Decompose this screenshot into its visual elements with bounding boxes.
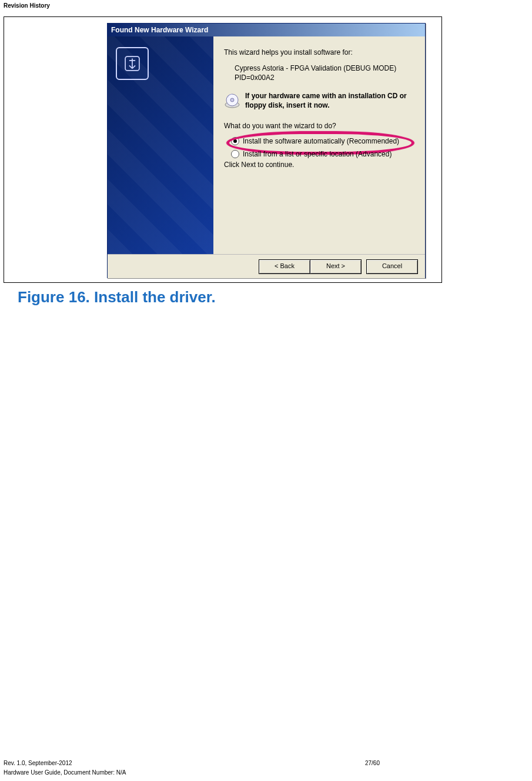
install-options: Install the software automatically (Reco… — [231, 135, 414, 161]
footer-document-number: Hardware User Guide, Document Number: N/… — [4, 768, 528, 777]
option-specific-label: Install from a list or specific location… — [243, 150, 392, 158]
radio-specific[interactable] — [231, 150, 239, 158]
footer-page-number: 27/60 — [365, 759, 380, 768]
hardware-usb-icon — [116, 47, 149, 80]
cd-icon — [224, 92, 240, 111]
figure-frame: Found New Hardware Wizard This wizard he… — [4, 16, 442, 283]
option-auto-label: Install the software automatically (Reco… — [243, 137, 399, 145]
page-footer: Rev. 1.0, September-2012 27/60 Hardware … — [4, 759, 528, 777]
option-specific-row[interactable]: Install from a list or specific location… — [231, 148, 414, 161]
option-auto-row[interactable]: Install the software automatically (Reco… — [231, 135, 414, 148]
installation-cd-hint: If your hardware came with an installati… — [224, 92, 414, 111]
hardware-wizard-dialog: Found New Hardware Wizard This wizard he… — [107, 23, 426, 278]
page-header: Revision History — [4, 2, 50, 9]
figure-caption: Figure 16. Install the driver. — [18, 288, 216, 306]
radio-auto[interactable] — [231, 137, 239, 145]
svg-point-3 — [230, 98, 234, 102]
wizard-titlebar: Found New Hardware Wizard — [108, 24, 425, 36]
device-name-block: Cypress Astoria - FPGA Validation (DEBUG… — [235, 64, 414, 82]
device-name-line1: Cypress Astoria - FPGA Validation (DEBUG… — [235, 64, 414, 73]
back-next-button-pair: < Back Next > — [259, 259, 362, 274]
document-page: Revision History Found New Hardware Wiza… — [0, 0, 532, 781]
wizard-prompt: What do you want the wizard to do? — [224, 122, 414, 130]
wizard-content: This wizard helps you install software f… — [213, 36, 425, 254]
back-button[interactable]: < Back — [259, 259, 310, 274]
wizard-side-graphic — [108, 36, 213, 254]
next-button[interactable]: Next > — [310, 259, 362, 274]
wizard-button-bar: < Back Next > Cancel — [108, 254, 425, 278]
wizard-intro-text: This wizard helps you install software f… — [224, 48, 414, 56]
wizard-body: This wizard helps you install software f… — [108, 36, 425, 254]
continue-instruction: Click Next to continue. — [224, 161, 414, 169]
installation-cd-text: If your hardware came with an installati… — [245, 92, 414, 110]
footer-revision: Rev. 1.0, September-2012 — [4, 759, 72, 768]
cancel-button[interactable]: Cancel — [366, 259, 418, 274]
device-name-line2: PID=0x00A2 — [235, 73, 414, 82]
